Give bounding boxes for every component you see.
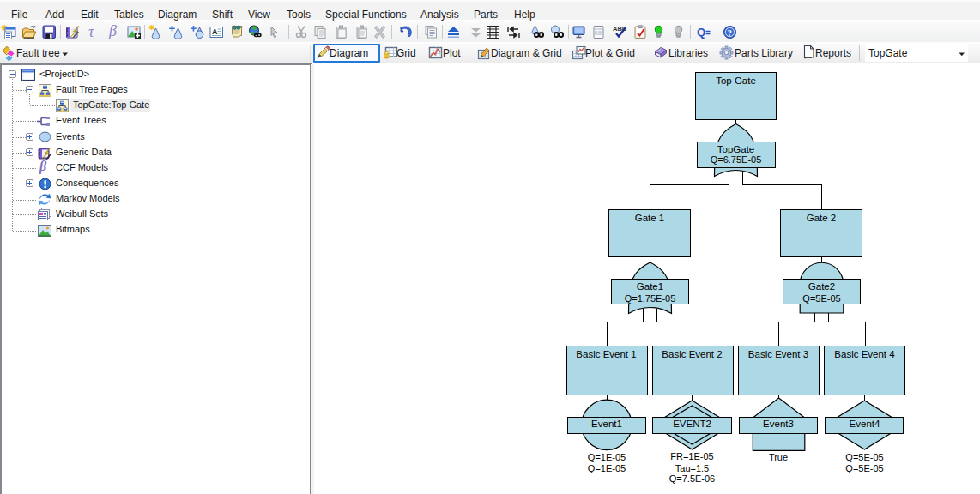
svg-text:Q=1.75E-05: Q=1.75E-05 [625,293,676,304]
svg-text:True: True [769,452,788,462]
svg-text:Event4: Event4 [850,419,880,429]
svg-text:Basic Event 1: Basic Event 1 [576,349,636,359]
svg-text:Gate 1: Gate 1 [635,213,665,223]
svg-text:?: ? [728,27,733,38]
svg-text:Q=1E-05: Q=1E-05 [588,463,626,473]
svg-text:TopGate: TopGate [717,144,754,154]
svg-text:Gate2: Gate2 [808,281,835,292]
svg-text:Q=5E-05: Q=5E-05 [845,463,883,473]
svg-text:A: A [212,27,218,36]
svg-text:Q=5E-05: Q=5E-05 [845,452,883,462]
svg-text:Q=1E-05: Q=1E-05 [588,452,626,462]
svg-text:Gate1: Gate1 [637,281,663,292]
svg-text:EVENT2: EVENT2 [673,419,711,429]
svg-text:Top Gate: Top Gate [716,75,756,86]
svg-text:Q=7.5E-06: Q=7.5E-06 [669,473,716,484]
svg-text:Basic Event 2: Basic Event 2 [662,349,722,359]
svg-text:Q=5E-05: Q=5E-05 [802,293,840,304]
svg-text:Q=6.75E-05: Q=6.75E-05 [711,154,762,165]
svg-text:Basic Event 4: Basic Event 4 [834,349,895,359]
svg-text:Event3: Event3 [763,419,794,429]
svg-text:Q: Q [697,26,705,39]
svg-text:Tau=1.5: Tau=1.5 [675,463,709,473]
svg-text:Event1: Event1 [591,419,622,429]
svg-text:Basic Event 3: Basic Event 3 [748,349,808,359]
svg-text:FR=1E-05: FR=1E-05 [670,451,713,461]
svg-text:Gate 2: Gate 2 [807,213,837,223]
